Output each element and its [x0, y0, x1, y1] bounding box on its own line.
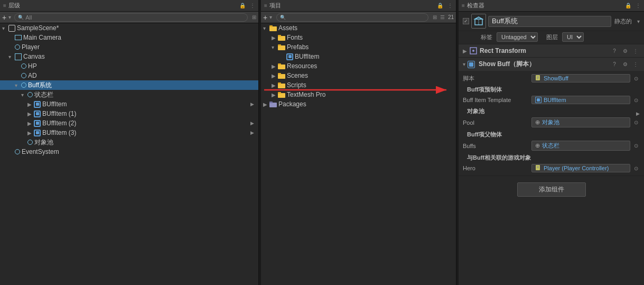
rect-transform-settings[interactable]: ⚙ [621, 47, 629, 55]
tree-item-buff-item-1[interactable]: ▶ BUffItem (1) ▶ [0, 109, 258, 118]
label-packages: Packages [278, 100, 306, 108]
pool-picker-btn[interactable]: ⊙ [632, 119, 640, 126]
script-picker-btn[interactable]: ⊙ [632, 75, 640, 82]
hierarchy-more-icon[interactable]: ⋮ [250, 3, 255, 8]
ref-buffs[interactable]: ⊕ 状态栏 [531, 141, 630, 151]
project-item-packages[interactable]: ▶ Packages [261, 99, 456, 109]
rect-transform-help[interactable]: ? [610, 47, 619, 55]
project-content: ▾ Assets ▶ Fonts ▾ Prefabs BUffItem [261, 23, 456, 285]
arrow-status-bar: ▾ [21, 92, 27, 98]
project-add-button[interactable]: + [263, 13, 267, 22]
hierarchy-add-chevron[interactable]: ▾ [8, 14, 11, 20]
hierarchy-title: 层级 [8, 2, 237, 10]
arrow-scripts: ▶ [272, 82, 278, 88]
ref-hero[interactable]: Player (Player Controller) [531, 164, 630, 172]
tree-item-buff-item-2[interactable]: ▶ BUffItem (2) ▶ [0, 118, 258, 128]
project-search[interactable]: 🔍 [276, 13, 428, 22]
svg-rect-3 [278, 35, 281, 36]
project-add-chevron[interactable]: ▾ [269, 14, 272, 20]
label-buff-system: Buff系统 [28, 81, 52, 90]
project-item-prefabs[interactable]: ▾ Prefabs [261, 42, 456, 52]
expand-icon-buff-item[interactable]: ▶ [250, 102, 254, 107]
project-lock-icon[interactable]: 🔒 [437, 3, 443, 8]
tree-item-player[interactable]: Player [0, 42, 258, 52]
label-status-bar: 状态栏 [34, 90, 53, 99]
label-event-system: EventSystem [22, 148, 59, 155]
template-picker-btn[interactable]: ⊙ [632, 96, 640, 104]
rect-transform-icons: ? ⚙ ⋮ [610, 47, 640, 55]
project-item-textmesh[interactable]: ▶ TextMesh Pro [261, 90, 456, 99]
svg-rect-13 [278, 92, 281, 94]
svg-rect-5 [278, 44, 281, 46]
tree-item-ad[interactable]: AD [0, 71, 258, 80]
expand-icon-buff-item-3[interactable]: ▶ [250, 130, 254, 135]
folder-icon-resources [278, 63, 285, 69]
object-name-input[interactable] [488, 16, 611, 27]
show-buff-settings[interactable]: ⚙ [621, 60, 629, 69]
hero-picker-btn[interactable]: ⊙ [632, 164, 640, 172]
hierarchy-add-button[interactable]: + [2, 13, 6, 22]
tree-item-samplescene[interactable]: ▾ SampleScene* [0, 23, 258, 33]
ref-buff-item-template[interactable]: BUffItem [531, 96, 630, 104]
component-rect-transform-header[interactable]: ▶ Rect Transform ? ⚙ ⋮ [459, 44, 644, 57]
tree-item-buff-item-3[interactable]: ▶ BUffItem (3) ▶ [0, 128, 258, 137]
ref-pool[interactable]: ⊕ 对象池 [531, 117, 630, 127]
object-active-checkbox[interactable]: ✓ [463, 18, 469, 24]
arrow-assets: ▾ [263, 25, 269, 31]
tree-item-buff-item[interactable]: ▶ BUffItem ▶ [0, 99, 258, 109]
pool-circle-icon: ⊕ [535, 119, 540, 126]
tree-item-hp[interactable]: HP [0, 61, 258, 71]
project-item-scenes[interactable]: ▶ Scenes [261, 71, 456, 80]
object-tags-row: 标签 Untagged 图层 UI [459, 31, 644, 44]
layer-dropdown[interactable]: UI [562, 32, 584, 42]
add-component-button[interactable]: 添加组件 [517, 182, 586, 197]
project-view-icon2[interactable]: ☰ [440, 14, 445, 20]
label-player: Player [22, 43, 40, 51]
buffs-picker-btn[interactable]: ⊙ [632, 142, 640, 150]
show-buff-menu[interactable]: ⋮ [631, 60, 640, 69]
project-item-assets[interactable]: ▾ Assets [261, 23, 456, 33]
tree-item-buff-system[interactable]: ▾ Buff系统 [0, 80, 258, 90]
value-hero: Player (Player Controller) ⊙ [531, 164, 640, 172]
gameobj-icon-buff-system [21, 82, 26, 88]
tree-item-object-pool[interactable]: 对象池 [0, 137, 258, 147]
script-object-ref[interactable]: ShowBuff [531, 74, 630, 82]
label-assets: Assets [278, 24, 297, 32]
hierarchy-view-icon[interactable]: ⊞ [252, 14, 256, 20]
rect-transform-arrow: ▶ [463, 48, 467, 54]
field-buff-item-template: Buff Item Template BUffItem ⊙ [463, 95, 640, 105]
project-search-icon: 🔍 [280, 15, 286, 20]
show-buff-help[interactable]: ? [610, 60, 619, 69]
rect-transform-menu[interactable]: ⋮ [631, 47, 640, 55]
project-item-scripts[interactable]: ▶ Scripts [261, 80, 456, 90]
component-show-buff: ▾ Show Buff（脚本） ? ⚙ ⋮ 脚本 [459, 58, 644, 176]
tree-item-status-bar[interactable]: ▾ 状态栏 [0, 90, 258, 99]
project-item-buff-item-prefab[interactable]: BUffItem [261, 52, 456, 61]
arrow-resources: ▶ [272, 63, 278, 69]
project-more-icon[interactable]: ⋮ [447, 3, 453, 8]
layer-label: 图层 [546, 33, 558, 41]
group-label-buffs: Buff项父物体 [463, 128, 640, 140]
project-view-icon1[interactable]: ⊞ [433, 14, 437, 20]
tree-item-event-system[interactable]: EventSystem [0, 147, 258, 157]
arrow-textmesh: ▶ [272, 92, 278, 98]
arrow-buff-item-2: ▶ [27, 121, 34, 126]
component-show-buff-header[interactable]: ▾ Show Buff（脚本） ? ⚙ ⋮ [459, 58, 644, 71]
hierarchy-lock-icon[interactable]: 🔒 [239, 3, 246, 8]
expand-icon-buff-item-2[interactable]: ▶ [250, 121, 254, 126]
inspector-more-icon[interactable]: ⋮ [636, 3, 641, 8]
tree-item-main-camera[interactable]: Main Camera [0, 33, 258, 42]
project-item-fonts[interactable]: ▶ Fonts [261, 33, 456, 42]
static-chevron[interactable]: ▾ [637, 19, 640, 24]
prefab-ref-icon-template [535, 97, 542, 103]
arrow-scenes: ▶ [272, 73, 278, 79]
inspector-lock-icon[interactable]: 🔒 [625, 3, 631, 8]
tag-dropdown[interactable]: Untagged [497, 32, 538, 42]
hierarchy-search[interactable]: 🔍 All [14, 13, 248, 22]
project-panel: ≡ 项目 🔒 ⋮ + ▾ 🔍 ⊞ ☰ 21 ▾ Assets ▶ [261, 0, 456, 285]
svg-rect-1 [269, 25, 273, 27]
hero-script-icon [535, 165, 542, 171]
project-item-resources[interactable]: ▶ Resources [261, 61, 456, 71]
add-component-section: 添加组件 [459, 176, 644, 203]
tree-item-canvas[interactable]: ▾ Canvas [0, 52, 258, 61]
